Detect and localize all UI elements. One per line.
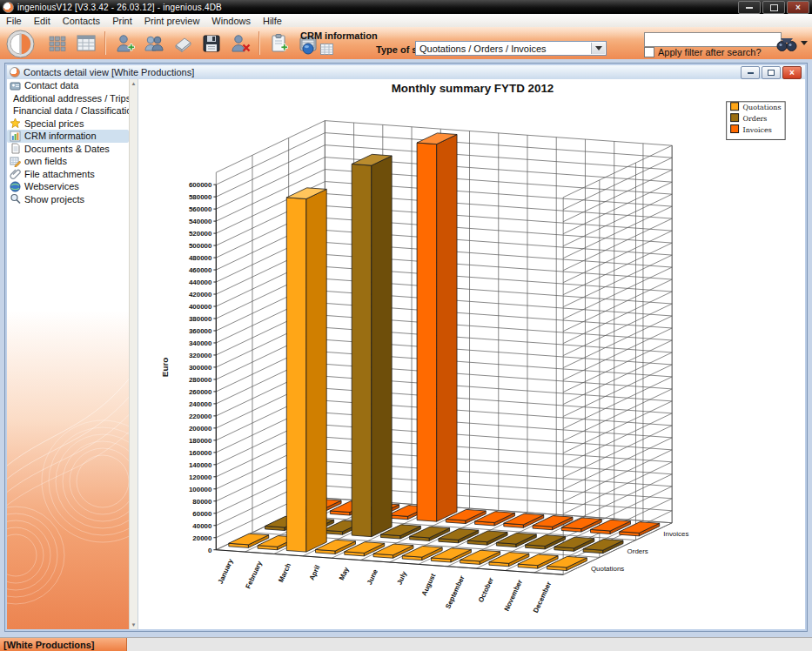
sidebar-item-additional-addresses-trips[interactable]: Additional addresses / Trips	[7, 92, 129, 105]
legend-swatch-invoices	[731, 125, 739, 133]
chart-title: Monthly summary FYTD 2012	[392, 82, 554, 95]
sidebar-item-own-fields[interactable]: own fields	[7, 155, 129, 168]
y-tick-label: 480000	[189, 254, 212, 262]
menu-item-contacts[interactable]: Contacts	[57, 16, 106, 26]
grid-icon	[47, 33, 68, 54]
y-tick-label: 220000	[189, 413, 212, 420]
contact-card-icon	[10, 80, 21, 91]
row-label-invoices: Invoices	[663, 530, 688, 538]
sidebar-item-webservices[interactable]: Webservices	[7, 180, 129, 193]
sidebar-item-label: Contact data	[24, 80, 78, 91]
y-tick-label: 120000	[189, 473, 212, 481]
bar-front-orders	[352, 164, 372, 536]
sidebar-item-special-prices[interactable]: Special prices	[7, 117, 129, 131]
y-tick-label: 160000	[189, 449, 212, 457]
crm-table-button[interactable]	[319, 42, 334, 56]
y-tick-label: 140000	[189, 461, 212, 469]
sidebar-item-documents-dates[interactable]: Documents & Dates	[7, 143, 129, 156]
search-menu-arrow[interactable]	[801, 41, 808, 45]
legend-label-invoices: Invoices	[743, 126, 772, 134]
doc-restore-button[interactable]	[762, 66, 781, 79]
scroll-up-icon[interactable]: ▲	[130, 81, 138, 86]
legend-swatch-orders	[731, 114, 739, 122]
crm-chart-icon	[10, 131, 21, 142]
y-tick-label: 520000	[189, 230, 212, 238]
y-tick-label: 240000	[189, 400, 212, 408]
doc-close-button[interactable]: ×	[782, 66, 802, 79]
close-button[interactable]: ×	[787, 1, 809, 14]
y-tick-label: 600000	[189, 181, 212, 189]
legend-swatch-quotations	[731, 103, 739, 111]
doc-minimize-icon	[748, 72, 754, 74]
sidebar-item-label: Special prices	[24, 118, 84, 129]
menu-item-file[interactable]: File	[0, 16, 28, 26]
x-tick-label: August	[420, 572, 438, 597]
menu-item-print-preview[interactable]: Print preview	[138, 16, 206, 26]
sidebar-item-financial-data-classification[interactable]: Financial data / Classification	[7, 104, 129, 117]
contacts-list-button[interactable]	[45, 32, 70, 55]
legend-label-quotations: Quotations	[743, 104, 782, 111]
doc-close-icon: ×	[789, 69, 795, 77]
sidebar-item-file-attachments[interactable]: File attachments	[7, 168, 129, 181]
maximize-button[interactable]	[762, 1, 785, 14]
apply-filter-label: Apply filter after search?	[658, 47, 762, 57]
sidebar: Contact dataAdditional addresses / Trips…	[7, 79, 129, 629]
mini-table-icon	[320, 44, 333, 55]
menu-bar: FileEditContactsPrintPrint previewWindow…	[0, 14, 812, 28]
y-tick-label: 580000	[189, 193, 212, 201]
status-segment: [White Productions]	[0, 638, 127, 651]
menu-item-hilfe[interactable]: Hilfe	[257, 16, 288, 26]
type-of-summary-value: Quotations / Orders / Invoices	[419, 44, 547, 54]
sidebar-scrollbar[interactable]: ▲ ▼	[129, 79, 138, 629]
save-icon	[201, 33, 222, 54]
crm-web-button[interactable]	[300, 42, 316, 56]
app-logo-button[interactable]	[5, 29, 35, 58]
type-of-summary-select[interactable]: Quotations / Orders / Invoices	[415, 41, 607, 56]
apply-filter-checkbox[interactable]	[644, 47, 654, 57]
mdi-client-area: Contacts detail view [White Productions]…	[0, 59, 812, 638]
maximize-icon	[770, 4, 778, 11]
search-button[interactable]	[775, 34, 798, 53]
minimize-button[interactable]	[738, 1, 761, 14]
menu-item-print[interactable]: Print	[106, 16, 138, 26]
sidebar-item-contact-data[interactable]: Contact data	[7, 79, 129, 92]
x-tick-label: December	[532, 581, 553, 614]
document-window-title: Contacts detail view [White Productions]	[23, 67, 194, 77]
add-contact-button[interactable]	[113, 32, 138, 55]
doc-restore-icon	[768, 70, 775, 76]
sidebar-item-crm-information[interactable]: CRM information	[7, 130, 129, 143]
bar-side-quotations	[306, 189, 326, 552]
sidebar-item-show-projects[interactable]: Show projects	[7, 193, 129, 206]
sidebar-item-label: Additional addresses / Trips	[13, 93, 129, 104]
y-tick-label: 360000	[189, 327, 212, 335]
new-document-button[interactable]	[267, 32, 292, 55]
app-icon	[3, 2, 14, 13]
x-tick-label: November	[503, 579, 525, 613]
toolbar: CRM information Type of summary Quotatio…	[0, 27, 812, 59]
user-delete-icon	[230, 33, 251, 54]
save-button[interactable]	[199, 32, 224, 55]
globe-icon	[10, 181, 21, 192]
doc-minimize-button[interactable]	[741, 66, 760, 79]
sidebar-item-label: Documents & Dates	[24, 144, 110, 154]
clipboard-add-icon	[269, 33, 290, 54]
x-tick-label: January	[217, 557, 235, 585]
paperclip-icon	[10, 168, 21, 179]
status-bar: [White Productions]	[0, 637, 812, 651]
select-arrow	[591, 43, 605, 54]
magnifier-icon	[10, 193, 21, 205]
search-input[interactable]	[644, 32, 782, 47]
planning-button[interactable]	[74, 32, 98, 55]
y-tick-label: 540000	[189, 218, 212, 225]
y-tick-label: 200000	[189, 425, 212, 433]
menu-item-edit[interactable]: Edit	[28, 16, 57, 26]
toolbar-separator	[258, 31, 259, 55]
menu-item-windows[interactable]: Windows	[205, 16, 257, 26]
scroll-down-icon[interactable]: ▼	[130, 622, 138, 628]
window-title: ingeniousV12 [V3.3.42 - 26.03.12] - inge…	[17, 3, 222, 12]
calendar-grid-icon	[76, 33, 97, 54]
erase-button[interactable]	[171, 32, 195, 55]
duplicate-contact-button[interactable]	[142, 32, 166, 55]
y-tick-label: 60000	[192, 510, 212, 518]
delete-contact-button[interactable]	[228, 32, 252, 55]
